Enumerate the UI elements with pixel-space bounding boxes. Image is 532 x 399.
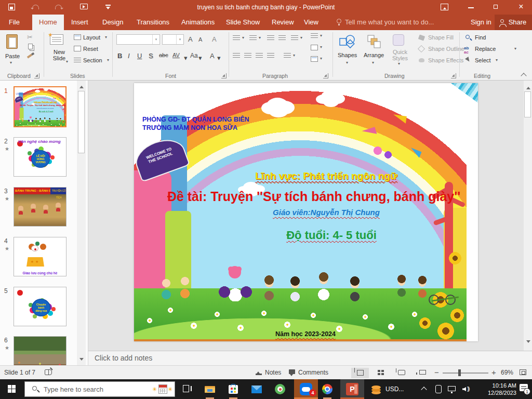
decrease-indent-icon[interactable] (267, 35, 274, 41)
copy-icon[interactable] (28, 44, 33, 49)
tab-animations[interactable]: Animations (175, 15, 221, 30)
paste-dropdown[interactable]: ▾ (10, 60, 12, 65)
tab-view[interactable]: View (297, 15, 325, 30)
paste-button[interactable]: Paste (5, 53, 20, 59)
chrome-button[interactable] (321, 383, 334, 395)
select-dropdown[interactable]: ▾ (496, 58, 498, 62)
character-spacing-button[interactable]: AV (172, 52, 180, 58)
thumbnail-slide-6[interactable] (14, 336, 66, 365)
zalo-button[interactable]: 4 (294, 379, 318, 399)
slide-scrollbar[interactable] (524, 81, 532, 365)
notes-toggle[interactable]: Notes (265, 369, 281, 376)
select-icon[interactable] (465, 57, 472, 64)
select-button[interactable]: Select (475, 57, 491, 63)
slideshow-view-button[interactable] (414, 368, 431, 378)
mail-button[interactable] (250, 383, 263, 395)
org-name-textbox[interactable]: PHÒNG GD- ĐT QUẬN LONG BIÊNTRƯỜNG MẦM NO… (16, 92, 33, 95)
align-left-icon[interactable] (233, 53, 240, 59)
find-icon[interactable] (466, 35, 470, 39)
currency-widget-icon[interactable] (370, 383, 382, 395)
taskbar-clock[interactable]: 10:16 AM 12/28/2023 (474, 382, 516, 396)
shape-fill-button[interactable]: Shape Fill (428, 34, 454, 41)
bullets-dropdown[interactable]: ▾ (242, 35, 244, 40)
scroll-up-icon[interactable] (79, 84, 84, 88)
font-dialog-launcher[interactable] (221, 73, 227, 78)
bullets-icon[interactable] (233, 35, 240, 41)
arrange-dropdown[interactable]: ▾ (372, 60, 374, 65)
zoom-in-button[interactable]: + (491, 368, 496, 377)
align-center-icon[interactable] (244, 53, 251, 59)
thumbnail-slide-5[interactable]: Chuyệnbánhdâng vua (14, 287, 66, 326)
section-icon[interactable] (74, 58, 81, 63)
teacher-textbox[interactable]: Giáo viên:Nguyễn Thị Chung (24, 107, 66, 109)
tab-review[interactable]: Review (265, 15, 301, 30)
text-shadow-button[interactable]: S (149, 52, 153, 60)
shapes-dropdown[interactable]: ▾ (346, 60, 348, 65)
section-dropdown[interactable]: ▾ (107, 58, 109, 62)
paste-icon[interactable] (6, 34, 18, 49)
powerpoint-taskbar-button[interactable]: P (340, 379, 364, 399)
font-name-combo[interactable]: ▾ (116, 34, 160, 45)
font-color-dropdown[interactable]: ▾ (217, 54, 221, 62)
slide-canvas[interactable]: WELCOME TOTHE SCHOOL PHÒNG GD- ĐT QUẬN L… (134, 83, 478, 341)
thumbnail-slide-4[interactable]: ★★ Giao lưu cùng chú hề (14, 237, 66, 276)
shape-fill-icon[interactable] (418, 34, 425, 41)
notes-placeholder[interactable]: Click to add notes (95, 354, 152, 362)
ribbon-display-options-icon[interactable] (441, 4, 448, 10)
format-painter-icon[interactable] (27, 54, 32, 58)
convert-smartart-icon[interactable] (311, 56, 318, 62)
scroll-down-icon[interactable] (79, 358, 84, 363)
thumbnail-scrollbar[interactable] (77, 81, 86, 365)
field-textbox[interactable]: Lĩnh vực: Phát triển ngôn ngữ (24, 101, 66, 103)
change-case-button[interactable]: Aa (190, 52, 198, 59)
align-text-icon[interactable] (311, 45, 318, 50)
spacing-dropdown[interactable]: ▾ (184, 54, 188, 62)
minimize-button[interactable] (462, 0, 480, 15)
new-slide-dropdown[interactable]: ▾ (66, 59, 68, 64)
arrange-button[interactable]: Arrange (364, 52, 384, 58)
thumbnail-slide-2[interactable]: Văn nghệ chào mừng LỄ HỘIHÙNGVƯƠNG (14, 137, 66, 177)
currency-widget-label[interactable]: USD... (385, 385, 404, 393)
underline-button[interactable]: U (137, 52, 142, 60)
align-right-icon[interactable] (256, 53, 263, 59)
thumbnail-slide-1[interactable]: WELCOME TOTHE SCHOOL PHÒNG GD- ĐT QUẬN L… (14, 86, 66, 127)
start-button[interactable] (0, 379, 24, 399)
collapse-ribbon-icon[interactable] (521, 73, 526, 78)
zoom-slider-thumb[interactable] (458, 369, 461, 376)
find-button[interactable]: Find (475, 34, 486, 41)
restore-button[interactable] (487, 0, 505, 15)
strikethrough-button[interactable]: abc (159, 52, 168, 58)
spell-check-icon[interactable] (45, 369, 52, 375)
scroll-down-icon[interactable] (526, 340, 530, 345)
font-size-combo[interactable]: ▾ (162, 34, 184, 45)
scroll-up-icon[interactable] (526, 85, 530, 89)
tab-design[interactable]: Design (96, 15, 130, 30)
age-textbox[interactable]: Độ tuổi: 4- 5 tuổi (196, 229, 467, 242)
quick-styles-button[interactable]: Quick Styles (389, 49, 411, 61)
replace-dropdown[interactable]: ▾ (514, 46, 516, 51)
reading-view-button[interactable] (393, 368, 410, 378)
font-name-dropdown[interactable]: ▾ (152, 35, 159, 44)
layout-dropdown[interactable]: ▾ (105, 35, 107, 39)
lesson-title-textbox[interactable]: Đề tài: Truyện ''Sự tích bánh chưng, bán… (153, 189, 467, 204)
tab-file[interactable]: File (2, 15, 26, 30)
thumbnail-scroll-thumb[interactable] (78, 91, 85, 153)
speaker-icon[interactable] (462, 387, 466, 391)
shape-outline-icon[interactable] (418, 45, 425, 52)
slide-scroll-thumb[interactable] (524, 91, 531, 117)
teacher-textbox[interactable]: Giáo viên:Nguyễn Thị Chung (191, 208, 461, 217)
tray-overflow-chevron[interactable] (421, 387, 427, 392)
numbering-dropdown[interactable]: ▾ (259, 35, 261, 40)
clipboard-dialog-launcher[interactable] (34, 73, 39, 78)
increase-indent-icon[interactable] (278, 35, 286, 41)
school-year-textbox[interactable]: Năm học 2023-2024 (170, 330, 441, 338)
shape-effects-icon[interactable] (419, 58, 424, 62)
new-slide-icon[interactable]: ★ (50, 34, 63, 45)
share-button[interactable]: Share (495, 15, 532, 30)
org-name-textbox[interactable]: PHÒNG GD- ĐT QUẬN LONG BIÊNTRƯỜNG MẦM NO… (142, 115, 249, 132)
clear-formatting-button[interactable]: A (212, 35, 217, 43)
normal-view-button[interactable] (351, 368, 369, 378)
align-text-dropdown[interactable]: ▾ (320, 45, 322, 49)
tab-slideshow[interactable]: Slide Show (219, 15, 267, 30)
reset-button[interactable]: Reset (83, 46, 98, 52)
